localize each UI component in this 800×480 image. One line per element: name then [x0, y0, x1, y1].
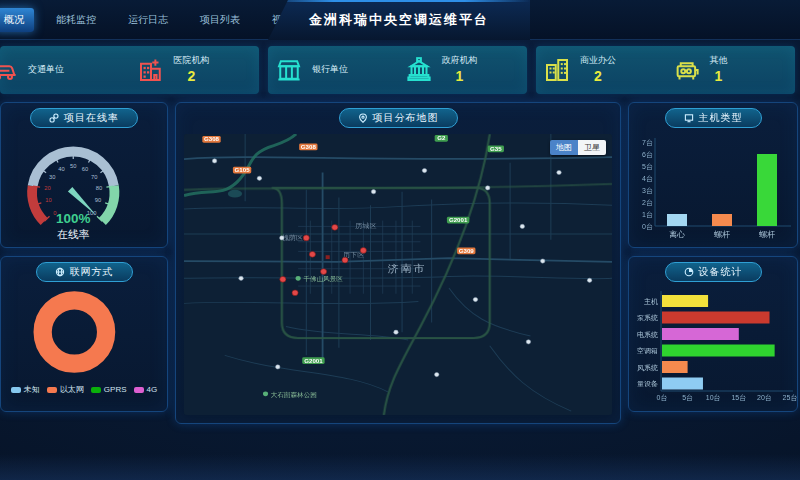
bar[interactable] [712, 214, 732, 226]
title-panel: 金洲科瑞中央空调运维平台 [268, 0, 530, 40]
bar-category-label: 离心 [669, 230, 685, 239]
svg-text:G35: G35 [490, 146, 502, 152]
road-badge: G35 [488, 146, 504, 153]
bar[interactable] [662, 345, 775, 357]
panel-map-header: 项目分布地图 [339, 108, 458, 128]
panel-network-header: 联网方式 [36, 262, 133, 282]
stats-row: 交通单位 医院机构 2 [0, 46, 795, 94]
svg-text:G308: G308 [301, 144, 317, 150]
legend-label: 未知 [24, 384, 40, 395]
topbar: 概况 能耗监控 运行日志 项目列表 视频监控 金洲科瑞中央空调运维平台 [0, 0, 800, 40]
stat-label: 银行单位 [312, 64, 348, 76]
project-marker[interactable] [326, 255, 330, 259]
bank-icon [274, 55, 304, 85]
map-canvas[interactable]: G308 G308 G105 G309 G35 G2001 G2001 G2 济… [184, 134, 612, 415]
panel-title: 联网方式 [70, 265, 114, 279]
legend-4g[interactable]: 4G [134, 385, 158, 394]
stat-value: 1 [442, 67, 478, 85]
host-type-bar-chart[interactable]: 0台1台2台3台4台5台6台7台 离心 螺杆 螺杆 [629, 128, 797, 244]
project-marker[interactable] [342, 257, 348, 263]
network-legend: 未知 以太网 GPRS 4G [1, 384, 167, 395]
tab-energy-monitor[interactable]: 能耗监控 [46, 8, 106, 32]
map-pin-icon [358, 113, 368, 123]
svg-text:30: 30 [49, 174, 55, 180]
satellite-button[interactable]: 卫星 [578, 140, 606, 155]
project-marker[interactable] [321, 269, 327, 275]
tab-run-log[interactable]: 运行日志 [118, 8, 178, 32]
bar-category-label: 电系统 [637, 331, 658, 339]
gauge-value: 100% [56, 211, 90, 226]
road-badge: G2001 [302, 357, 324, 364]
bar[interactable] [662, 361, 688, 373]
bar-category-label: 螺杆 [714, 230, 730, 239]
bar[interactable] [757, 154, 777, 226]
stat-label: 商业办公 [580, 55, 616, 67]
svg-text:1台: 1台 [642, 211, 653, 219]
svg-text:40: 40 [58, 166, 64, 172]
panel-online-rate: 项目在线率 0 10 20 30 40 50 60 70 [0, 102, 168, 248]
link-icon [49, 113, 59, 123]
legend-gprs[interactable]: GPRS [91, 385, 127, 394]
office-icon [542, 55, 572, 85]
map-poi-label: 大石崮森林公园 [271, 391, 317, 399]
map-district-label: 历城区 [355, 222, 376, 230]
svg-text:80: 80 [96, 185, 102, 191]
network-donut-chart[interactable] [1, 282, 167, 382]
panel-title: 项目在线率 [64, 111, 119, 125]
stat-card-1: 交通单位 医院机构 2 [0, 46, 259, 94]
map-district-label: 槐荫区 [282, 234, 303, 242]
stat-bank: 银行单位 [268, 46, 398, 94]
park-marker[interactable] [263, 391, 268, 396]
legend-ethernet[interactable]: 以太网 [47, 384, 84, 395]
bar-category-label: 空调箱 [637, 347, 658, 355]
project-marker[interactable] [280, 276, 286, 282]
svg-text:G309: G309 [459, 248, 475, 254]
stat-other: 其他 1 [666, 46, 796, 94]
legend-label: 4G [147, 385, 158, 394]
gauge-label: 在线率 [56, 228, 89, 240]
bar[interactable] [662, 295, 708, 307]
device-stats-bar-chart[interactable]: 主机 泵系统 电系统 空调箱 风系统 量设备 0台5台10台15台20台25台 [629, 282, 797, 408]
tab-project-list[interactable]: 项目列表 [190, 8, 250, 32]
stat-value: 1 [710, 67, 728, 85]
bar[interactable] [662, 312, 770, 324]
svg-text:4台: 4台 [642, 175, 653, 183]
panel-online-rate-header: 项目在线率 [30, 108, 138, 128]
stat-card-2: 银行单位 政府机构 1 [268, 46, 527, 94]
park-marker[interactable] [296, 276, 301, 281]
tab-overview[interactable]: 概况 [0, 8, 34, 32]
legend-label: 以太网 [60, 384, 84, 395]
project-marker[interactable] [292, 290, 298, 296]
svg-text:0台: 0台 [642, 223, 653, 231]
road-badge: G2 [435, 135, 448, 142]
main-grid: 项目在线率 0 10 20 30 40 50 60 70 [0, 102, 797, 424]
footer-glow [0, 454, 800, 480]
bar[interactable] [667, 214, 687, 226]
legend-swatch [47, 387, 57, 393]
svg-text:G2001: G2001 [304, 358, 323, 364]
project-marker[interactable] [360, 248, 366, 254]
map-button[interactable]: 地图 [550, 140, 578, 155]
panel-host-type: 主机类型 0台1台2台3台4台5台6台7台 离心 螺杆 螺杆 [628, 102, 798, 248]
svg-text:20: 20 [44, 185, 50, 191]
road-badge: G308 [202, 136, 220, 143]
road-badge: G105 [233, 167, 251, 174]
bar[interactable] [662, 378, 703, 390]
panel-title: 主机类型 [699, 111, 743, 125]
panel-device-stats: 设备统计 主机 泵系统 电系统 空调箱 风系统 量设备 0台5台10台15台20… [628, 256, 798, 412]
svg-text:6台: 6台 [642, 151, 653, 159]
hospital-icon [136, 55, 166, 85]
online-rate-gauge[interactable]: 0 10 20 30 40 50 60 70 80 90 100 100% 在线… [1, 128, 167, 248]
map-type-control: 地图 卫星 [550, 140, 606, 155]
svg-text:3台: 3台 [642, 187, 653, 195]
svg-text:G2: G2 [437, 135, 446, 141]
legend-unknown[interactable]: 未知 [11, 384, 40, 395]
stat-government: 政府机构 1 [398, 46, 528, 94]
stat-label: 其他 [710, 55, 728, 67]
map-poi-label: 千佛山风景区 [303, 275, 343, 282]
project-marker[interactable] [303, 235, 309, 241]
project-marker[interactable] [309, 251, 315, 257]
road-badge: G2001 [447, 217, 469, 224]
bar[interactable] [662, 328, 739, 340]
project-marker[interactable] [332, 224, 338, 230]
